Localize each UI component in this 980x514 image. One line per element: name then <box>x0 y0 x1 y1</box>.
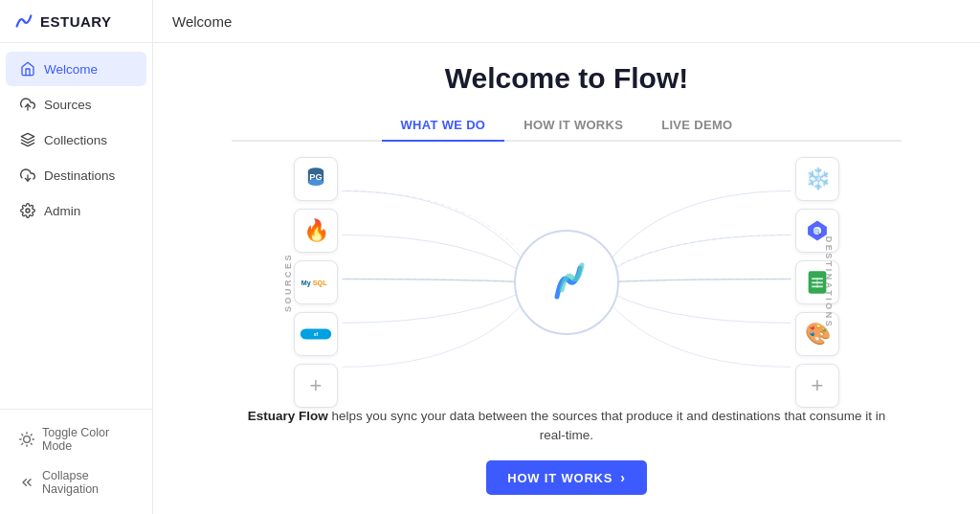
sun-icon <box>19 432 34 447</box>
settings-icon <box>19 202 36 219</box>
svg-line-7 <box>22 435 23 436</box>
collapse-nav-label: Collapse Navigation <box>42 469 133 496</box>
firebase-icon: 🔥 <box>303 218 329 243</box>
estuary-center-logo <box>538 254 595 311</box>
salesforce-icon: sf <box>299 324 333 345</box>
svg-text:🔍: 🔍 <box>813 228 822 236</box>
center-logo-circle <box>514 230 619 335</box>
sidebar-bottom: Toggle Color Mode Collapse Navigation <box>0 409 152 514</box>
add-source-icon: + <box>310 373 323 398</box>
layers-icon <box>19 131 36 148</box>
tab-how-it-works[interactable]: HOW IT WORKS <box>504 110 642 142</box>
sidebar-item-label: Sources <box>44 98 92 112</box>
svg-text:SQL: SQL <box>313 279 327 287</box>
svg-line-8 <box>31 443 32 444</box>
source-postgres[interactable]: PG <box>294 157 338 201</box>
sidebar-item-admin[interactable]: Admin <box>6 193 146 228</box>
add-destination-icon: + <box>812 373 824 398</box>
tabs-container: WHAT WE DO HOW IT WORKS LIVE DEMO <box>232 110 902 142</box>
svg-text:PG: PG <box>309 172 322 182</box>
tab-what-we-do[interactable]: WHAT WE DO <box>382 110 505 142</box>
svg-text:My: My <box>301 279 311 287</box>
cta-label: HOW IT WORKS <box>507 471 612 485</box>
destination-snowflake[interactable]: ❄️ <box>795 157 839 201</box>
source-mysql[interactable]: My SQL <box>294 260 338 304</box>
description-suffix: helps you sync your data between the sou… <box>328 409 885 442</box>
logo[interactable]: ESTUARY <box>0 0 152 43</box>
source-salesforce[interactable]: sf <box>294 312 338 356</box>
mysql-icon: My SQL <box>301 274 331 291</box>
flow-diagram: SOURCES PG 🔥 <box>241 159 892 407</box>
sidebar-nav: Welcome Sources Collections <box>0 43 152 409</box>
postgres-icon: PG <box>302 166 329 192</box>
content-area: Welcome to Flow! WHAT WE DO HOW IT WORKS… <box>153 43 980 514</box>
page-title: Welcome <box>172 13 232 30</box>
sidebar-item-welcome[interactable]: Welcome <box>6 52 146 86</box>
logo-text: ESTUARY <box>40 13 112 30</box>
destination-add-button[interactable]: + <box>795 364 839 408</box>
how-it-works-button[interactable]: HOW IT WORKS › <box>486 460 646 495</box>
chevron-right-icon: › <box>620 470 625 485</box>
svg-text:sf: sf <box>314 331 319 337</box>
sidebar: ESTUARY Welcome Sources <box>0 0 153 514</box>
sidebar-item-label: Welcome <box>44 62 98 77</box>
chevrons-left-icon <box>19 475 34 490</box>
snowflake-icon: ❄️ <box>805 167 831 191</box>
top-bar: Welcome <box>153 0 980 43</box>
sidebar-item-label: Admin <box>44 204 80 218</box>
sidebar-item-sources[interactable]: Sources <box>6 87 146 122</box>
upload-cloud-icon <box>19 96 36 113</box>
sources-diagram-label: SOURCES <box>283 253 293 312</box>
sidebar-item-destinations[interactable]: Destinations <box>6 158 146 192</box>
download-cloud-icon <box>19 167 36 184</box>
svg-marker-1 <box>21 133 33 140</box>
svg-point-4 <box>24 436 31 443</box>
home-icon <box>19 60 36 78</box>
sources-column: PG 🔥 My SQL sf <box>294 157 338 408</box>
svg-line-12 <box>31 435 32 436</box>
brand-name: Estuary Flow <box>248 409 328 423</box>
toggle-color-mode[interactable]: Toggle Color Mode <box>6 418 146 460</box>
source-add-button[interactable]: + <box>294 364 338 408</box>
sidebar-item-collections[interactable]: Collections <box>6 123 146 157</box>
destinations-diagram-label: DESTINATIONS <box>824 236 834 328</box>
toggle-color-label: Toggle Color Mode <box>42 426 133 453</box>
svg-point-3 <box>26 209 30 212</box>
main-area: Welcome Welcome to Flow! WHAT WE DO HOW … <box>153 0 980 514</box>
collapse-navigation[interactable]: Collapse Navigation <box>6 461 146 503</box>
description-text: Estuary Flow helps you sync your data be… <box>241 407 892 446</box>
sidebar-item-label: Collections <box>44 133 107 147</box>
logo-icon <box>13 11 34 32</box>
source-firebase[interactable]: 🔥 <box>294 209 338 253</box>
sidebar-item-label: Destinations <box>44 168 115 183</box>
tab-live-demo[interactable]: LIVE DEMO <box>642 110 751 142</box>
svg-line-11 <box>22 443 23 444</box>
welcome-title: Welcome to Flow! <box>445 62 688 95</box>
